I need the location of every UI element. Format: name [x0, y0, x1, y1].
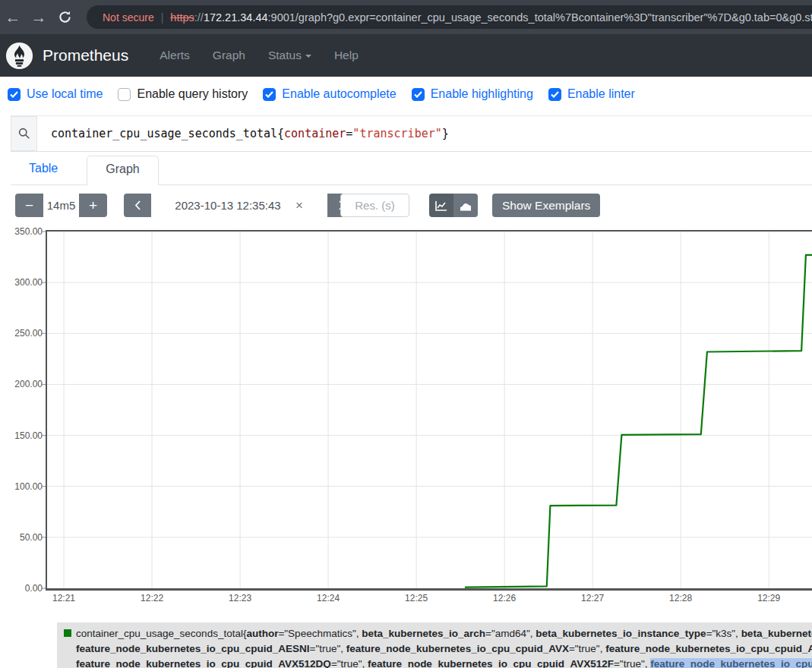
checkbox-checked-icon[interactable] — [412, 88, 425, 101]
main-nav: AlertsGraphStatusHelp — [148, 43, 370, 68]
legend-label-segment: feature_node_kubernetes_io_cpu_cpuid_AVX… — [605, 643, 812, 654]
legend-label-segment: container_cpu_usage_seconds_total{ — [76, 628, 246, 639]
x-tick-label: 12:28 — [658, 593, 703, 603]
checkbox-checked-icon[interactable] — [8, 88, 21, 101]
tab-table[interactable]: Table — [11, 156, 76, 184]
x-tick-label: 12:21 — [41, 593, 87, 603]
legend-label-segment: feature_node_kubernetes_io_cpu_cpuid_AVX… — [76, 658, 331, 668]
promql-token: container — [284, 127, 346, 140]
x-tick-label: 12:26 — [482, 593, 527, 603]
datetime-input[interactable] — [151, 199, 295, 212]
line-chart-icon — [435, 200, 447, 211]
forward-icon[interactable]: → — [26, 8, 52, 27]
legend-text-line: container_cpu_usage_seconds_total{author… — [76, 626, 809, 641]
checkbox-unchecked-icon[interactable] — [118, 88, 131, 101]
legend-label-segment: ="Speechmatics", — [278, 628, 362, 639]
x-tick-label: 12:23 — [217, 593, 263, 603]
legend-text-line: feature_node_kubernetes_io_cpu_cpuid_AES… — [76, 641, 809, 657]
option-label: Enable linter — [567, 87, 635, 101]
caret-down-icon — [305, 55, 311, 58]
y-tick-label: 0.00 — [3, 583, 43, 594]
nav-item-graph[interactable]: Graph — [201, 43, 257, 68]
legend-label-segment: ="true", — [614, 658, 650, 668]
y-tick-label: 200.00 — [3, 379, 43, 389]
stacked-chart-toggle-button[interactable] — [453, 194, 478, 217]
promql-expression-input[interactable]: container_cpu_usage_seconds_total{contai… — [37, 116, 812, 151]
chevron-left-icon — [134, 200, 141, 210]
range-input-group: − + — [15, 194, 107, 217]
legend-label-segment: author — [246, 628, 278, 639]
series-swatch-icon — [64, 629, 71, 637]
x-tick-label: 12:22 — [129, 593, 175, 603]
legend-label-segment: ="true", — [569, 643, 605, 654]
option-label: Use local time — [27, 87, 103, 101]
option-enable-highlighting[interactable]: Enable highlighting — [412, 87, 533, 101]
legend-label-segment: ="true", — [310, 643, 346, 654]
address-divider: | — [161, 11, 164, 24]
query-options-row: Use local timeEnable query historyEnable… — [8, 87, 650, 101]
legend-label-segment: beta_kubernetes_io_arch — [362, 628, 485, 639]
option-label: Enable autocomplete — [282, 87, 396, 101]
promql-token: "transcriber" — [352, 127, 441, 140]
legend-label-segment: beta_kubernetes_io_instance_type — [536, 628, 706, 639]
stacked-chart-icon — [460, 200, 472, 211]
cpu-usage-line-chart — [47, 232, 812, 588]
plot-area[interactable] — [46, 230, 812, 591]
datetime-field[interactable]: × — [151, 194, 327, 217]
range-input[interactable] — [43, 194, 79, 217]
reload-icon[interactable] — [52, 10, 77, 24]
legend-label-segment: ="k3s", — [706, 628, 741, 639]
series-legend-item[interactable]: container_cpu_usage_seconds_total{author… — [57, 622, 812, 668]
address-bar[interactable]: Not secure | https://172.21.34.44:9001/g… — [87, 5, 812, 29]
result-tabs: TableGraph — [11, 156, 812, 185]
decrease-range-button[interactable]: − — [15, 194, 43, 217]
url-host: 172.21.34.44 — [204, 11, 268, 24]
legend-text-line: feature_node_kubernetes_io_cpu_cpuid_AVX… — [76, 657, 809, 668]
url-path: :9001/graph?g0.expr=container_cpu_usage_… — [268, 11, 812, 24]
datetime-input-group: × — [124, 194, 355, 217]
x-tick-label: 12:25 — [393, 593, 439, 603]
tab-graph[interactable]: Graph — [87, 156, 158, 185]
legend-label-segment: feature_node_kubernetes_io_cpu_cpuid_AVX… — [368, 658, 614, 668]
line-chart-toggle-button[interactable] — [429, 194, 453, 217]
x-tick-label: 12:24 — [305, 593, 351, 603]
increase-range-button[interactable]: + — [79, 194, 107, 217]
nav-item-status[interactable]: Status — [257, 43, 323, 68]
url-separator: :// — [194, 11, 204, 24]
x-tick-label: 12:29 — [746, 593, 791, 603]
checkbox-checked-icon[interactable] — [263, 88, 276, 101]
query-input-group: container_cpu_usage_seconds_total{contai… — [11, 115, 812, 152]
legend-label-segment: ="amd64", — [485, 628, 536, 639]
option-label: Enable highlighting — [431, 87, 533, 101]
brand-title[interactable]: Prometheus — [43, 46, 128, 65]
option-label: Enable query history — [137, 87, 248, 101]
y-tick-label: 350.00 — [3, 226, 43, 237]
query-addon — [11, 116, 37, 151]
legend-label-segment: beta_kubernetes_io_os — [741, 628, 812, 639]
y-tick-label: 50.00 — [3, 532, 43, 543]
legend-label-segment: feature_node_kubernetes_io_cpu_cpuid_AES… — [76, 643, 310, 654]
clear-datetime-icon[interactable]: × — [295, 198, 303, 213]
chart-type-toggle — [429, 194, 478, 217]
browser-toolbar: ← → Not secure | https://172.21.34.44:90… — [0, 0, 812, 34]
nav-item-help[interactable]: Help — [323, 43, 370, 68]
option-enable-linter[interactable]: Enable linter — [548, 87, 635, 101]
legend-label-segment: ="true", — [331, 658, 368, 668]
option-enable-autocomplete[interactable]: Enable autocomplete — [263, 87, 396, 101]
x-tick-label: 12:27 — [570, 593, 615, 603]
legend-label-segment: feature_node_kubernetes_io_cpu_cpuid_AVX — [346, 643, 569, 654]
nav-item-alerts[interactable]: Alerts — [148, 43, 201, 68]
y-tick-label: 100.00 — [3, 481, 43, 492]
option-use-local-time[interactable]: Use local time — [8, 87, 103, 101]
promql-token: } — [442, 127, 449, 140]
promql-token: container_cpu_usage_seconds_total{ — [51, 127, 284, 140]
option-enable-query-history[interactable]: Enable query history — [118, 87, 248, 101]
resolution-input[interactable] — [340, 194, 409, 217]
previous-time-button[interactable] — [124, 194, 151, 217]
promql-token: = — [346, 127, 352, 140]
legend-label-selected: feature_node_kubernetes_io_cpu_cpuid_AVX… — [650, 658, 812, 668]
checkbox-checked-icon[interactable] — [548, 88, 561, 101]
y-tick-label: 150.00 — [3, 430, 43, 441]
back-icon[interactable]: ← — [0, 8, 26, 27]
show-exemplars-button[interactable]: Show Exemplars — [492, 194, 600, 217]
